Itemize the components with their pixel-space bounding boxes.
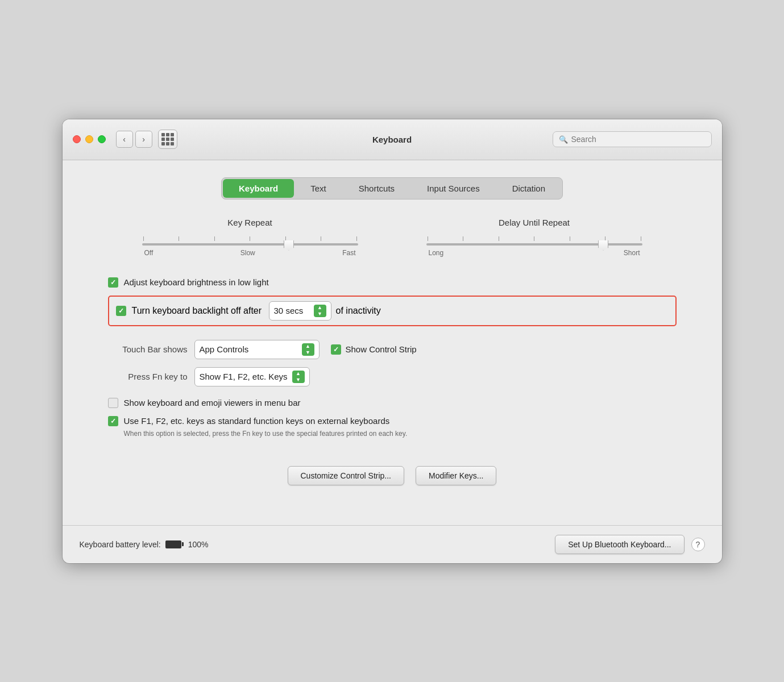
backlight-off-checkbox[interactable]: ✓: [116, 306, 126, 316]
fn-key-row: Press Fn key to Show F1, F2, etc. Keys ▲…: [108, 367, 677, 386]
key-repeat-group: Key Repeat Off Slow Fast: [142, 218, 358, 257]
touchbar-label: Touch Bar shows: [108, 344, 188, 354]
touchbar-value: App Controls: [200, 344, 297, 354]
grid-icon: [161, 133, 174, 145]
fn-key-arrow: ▲ ▼: [292, 371, 305, 383]
search-box[interactable]: 🔍: [553, 131, 712, 147]
search-icon: 🔍: [559, 135, 568, 144]
nav-buttons: ‹ ›: [116, 131, 152, 148]
content-area: Keyboard Text Shortcuts Input Sources Di…: [63, 160, 722, 525]
key-repeat-ticks: [142, 236, 358, 241]
close-button[interactable]: [73, 135, 81, 143]
tab-bar: Keyboard Text Shortcuts Input Sources Di…: [221, 177, 563, 199]
delay-repeat-group: Delay Until Repeat Long Short: [426, 218, 642, 257]
maximize-button[interactable]: [98, 135, 106, 143]
touchbar-dropdown[interactable]: App Controls ▲ ▼: [194, 340, 320, 359]
fn-key-dropdown[interactable]: Show F1, F2, etc. Keys ▲ ▼: [194, 367, 310, 386]
show-control-strip-label: Show Control Strip: [346, 344, 417, 354]
backlight-duration-arrow: ▲ ▼: [314, 305, 326, 317]
battery-body: [165, 540, 181, 548]
help-button[interactable]: ?: [691, 538, 705, 551]
delay-repeat-long: Long: [429, 249, 444, 257]
key-repeat-range-labels: Off Slow Fast: [142, 249, 358, 257]
window-title: Keyboard: [372, 135, 412, 144]
adjust-brightness-checkbox[interactable]: ✓: [108, 277, 118, 288]
footer-right: Set Up Bluetooth Keyboard... ?: [555, 535, 704, 554]
backlight-duration-dropdown[interactable]: 30 secs ▲ ▼: [269, 301, 331, 321]
search-input[interactable]: [571, 135, 706, 144]
traffic-lights: [73, 135, 106, 143]
chevron-down-icon: ▼: [317, 311, 322, 317]
backlight-off-label-text: [262, 306, 264, 316]
footer: Keyboard battery level: 100% Set Up Blue…: [63, 525, 722, 563]
back-button[interactable]: ‹: [116, 131, 133, 148]
delay-repeat-range-labels: Long Short: [426, 249, 642, 257]
key-repeat-label: Key Repeat: [227, 218, 272, 227]
tab-dictation[interactable]: Dictation: [496, 179, 561, 198]
delay-repeat-ticks: [426, 236, 642, 241]
touchbar-row: Touch Bar shows App Controls ▲ ▼ ✓ Show …: [108, 340, 677, 359]
adjust-brightness-row: ✓ Adjust keyboard brightness in low ligh…: [108, 277, 677, 288]
use-fn-keys-label: Use F1, F2, etc. keys as standard functi…: [124, 416, 390, 426]
forward-button[interactable]: ›: [135, 131, 152, 148]
delay-repeat-short: Short: [624, 249, 640, 257]
backlight-off-label: Turn keyboard backlight off after: [132, 306, 262, 316]
use-fn-keys-checkbox[interactable]: ✓: [108, 416, 118, 426]
chevron-up-icon: ▲: [305, 343, 310, 349]
show-control-strip-checkbox[interactable]: ✓: [331, 344, 341, 355]
tab-bar-container: Keyboard Text Shortcuts Input Sources Di…: [108, 177, 677, 199]
chevron-down-icon: ▼: [305, 350, 310, 355]
chevron-down-icon: ▼: [296, 377, 301, 382]
battery-icon: [165, 540, 184, 548]
delay-repeat-track-container: Long Short: [426, 236, 642, 257]
fn-key-value: Show F1, F2, etc. Keys: [200, 372, 288, 381]
key-repeat-track-container: Off Slow Fast: [142, 236, 358, 257]
grid-button[interactable]: [158, 130, 177, 149]
battery-info: Keyboard battery level: 100%: [80, 540, 209, 549]
chevron-up-icon: ▲: [296, 371, 301, 376]
key-repeat-fast: Fast: [342, 249, 355, 257]
show-emoji-row: Show keyboard and emoji viewers in menu …: [108, 398, 677, 408]
minimize-button[interactable]: [85, 135, 93, 143]
tab-input-sources[interactable]: Input Sources: [411, 179, 496, 198]
battery-tip: [182, 542, 184, 546]
show-emoji-checkbox[interactable]: [108, 398, 118, 408]
use-fn-keys-sublabel: When this option is selected, press the …: [124, 430, 677, 438]
fn-key-label: Press Fn key to: [108, 372, 188, 381]
adjust-brightness-label: Adjust keyboard brightness in low light: [124, 277, 269, 287]
tab-text[interactable]: Text: [294, 179, 342, 198]
key-repeat-slow: Slow: [240, 249, 255, 257]
keyboard-preferences-window: ‹ › Keyboard 🔍 Keyboard Text Shortcuts I…: [63, 119, 722, 563]
show-emoji-label: Show keyboard and emoji viewers in menu …: [124, 398, 301, 407]
tab-shortcuts[interactable]: Shortcuts: [343, 179, 410, 198]
battery-label: Keyboard battery level:: [80, 540, 161, 549]
sliders-row: Key Repeat Off Slow Fast: [108, 218, 677, 257]
key-repeat-track[interactable]: [142, 243, 358, 246]
delay-repeat-label: Delay Until Repeat: [499, 218, 570, 227]
backlight-off-suffix: of inactivity: [336, 306, 381, 316]
modifier-keys-button[interactable]: Modifier Keys...: [416, 466, 496, 485]
titlebar: ‹ › Keyboard 🔍: [63, 119, 722, 160]
battery-percent: 100%: [188, 540, 209, 549]
backlight-duration-value: 30 secs: [274, 306, 309, 315]
touchbar-arrow: ▲ ▼: [302, 343, 314, 356]
tab-keyboard[interactable]: Keyboard: [223, 179, 294, 198]
customize-control-strip-button[interactable]: Customize Control Strip...: [288, 466, 405, 485]
bottom-buttons: Customize Control Strip... Modifier Keys…: [108, 466, 677, 485]
setup-bluetooth-button[interactable]: Set Up Bluetooth Keyboard...: [555, 535, 684, 554]
delay-repeat-track[interactable]: [426, 243, 642, 246]
use-fn-keys-row: ✓ Use F1, F2, etc. keys as standard func…: [108, 416, 677, 426]
key-repeat-off: Off: [144, 249, 154, 257]
chevron-up-icon: ▲: [317, 305, 322, 310]
backlight-off-row: ✓ Turn keyboard backlight off after 30 s…: [108, 296, 677, 326]
checkbox-section: ✓ Adjust keyboard brightness in low ligh…: [108, 277, 677, 326]
